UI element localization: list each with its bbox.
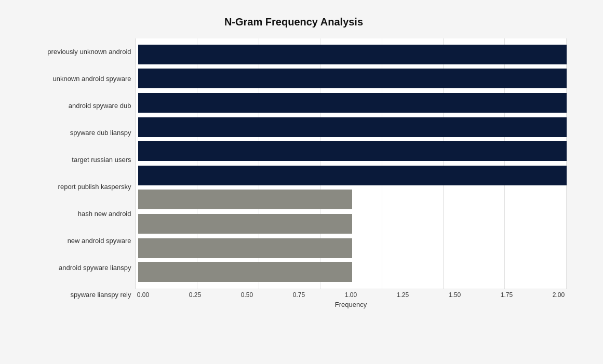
chart-title: N-Gram Frequency Analysis (21, 16, 567, 28)
bar-row (136, 262, 567, 282)
bar-row (136, 45, 567, 64)
chart-container: N-Gram Frequency Analysis previously unk… (16, 6, 587, 359)
y-axis-label: report publish kaspersky (21, 183, 131, 191)
bar (138, 45, 567, 64)
bars-wrapper (136, 38, 567, 289)
x-tick: 1.00 (343, 291, 359, 299)
bar (138, 238, 353, 258)
x-tick: 0.00 (136, 291, 151, 299)
x-tick: 0.25 (187, 291, 203, 299)
x-axis-wrapper: 0.000.250.500.751.001.251.501.752.00 Fre… (136, 289, 567, 308)
x-tick: 1.75 (499, 291, 515, 299)
bar-row (136, 141, 567, 161)
x-axis-label: Frequency (335, 301, 367, 308)
y-axis-label: previously unknown android (21, 48, 131, 56)
y-axis-label: hash new android (21, 210, 131, 218)
bar (138, 93, 567, 113)
bar-row (136, 117, 567, 137)
bar-row (136, 214, 567, 234)
bar (138, 214, 353, 234)
x-ticks-row: 0.000.250.500.751.001.251.501.752.00 (136, 289, 567, 299)
bar-row (136, 238, 567, 258)
bar (138, 117, 567, 137)
bars-and-xaxis: 0.000.250.500.751.001.251.501.752.00 Fre… (136, 38, 567, 308)
x-tick: 0.50 (239, 291, 255, 299)
x-tick: 1.50 (447, 291, 463, 299)
bar-row (136, 93, 567, 113)
y-axis-label: spyware lianspy rely (21, 291, 131, 299)
bar (138, 190, 353, 209)
chart-area: previously unknown androidunknown androi… (21, 38, 567, 308)
bar-row (136, 69, 567, 88)
bar (138, 166, 567, 185)
y-axis-labels: previously unknown androidunknown androi… (21, 38, 136, 308)
x-tick: 0.75 (291, 291, 307, 299)
bar (138, 262, 353, 282)
y-axis-label: spyware dub lianspy (21, 129, 131, 137)
bar (138, 141, 567, 161)
y-axis-label: unknown android spyware (21, 75, 131, 83)
y-axis-label: android spyware lianspy (21, 264, 131, 272)
y-axis-label: new android spyware (21, 237, 131, 245)
y-axis-label: target russian users (21, 156, 131, 164)
x-tick: 2.00 (551, 291, 567, 299)
y-axis-label: android spyware dub (21, 102, 131, 110)
bar-row (136, 190, 567, 209)
x-tick: 1.25 (395, 291, 411, 299)
bar (138, 69, 567, 88)
bar-row (136, 166, 567, 185)
